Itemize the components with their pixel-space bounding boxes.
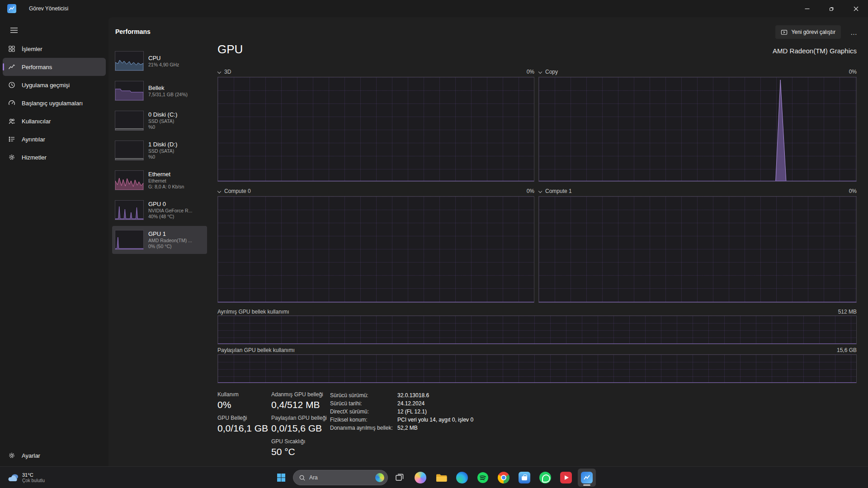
directx-version-value: 12 (FL 12.1) (397, 408, 427, 415)
task-manager-window: Görev Yöneticisi (0, 0, 868, 488)
gpu1-mini-chart (115, 230, 144, 250)
physical-location-label: Fiziksel konum: (330, 417, 368, 423)
nav-sidebar: İşlemler Performans Uygulama geçmişi Baş… (0, 17, 108, 466)
weather-temp: 31°C (22, 472, 45, 478)
run-task-icon (781, 29, 788, 36)
search-icon (299, 474, 306, 481)
nav-item-services[interactable]: Hizmetler (3, 148, 106, 166)
window-title: Görev Yöneticisi (29, 5, 68, 12)
search-label: Ara (309, 474, 372, 481)
chevron-down-icon[interactable] (217, 70, 222, 74)
chart-value-compute0: 0% (527, 188, 534, 194)
driver-version-value: 32.0.13018.6 (397, 392, 429, 399)
taskbar-search[interactable]: Ara (293, 470, 388, 485)
shared-memory-chart (217, 354, 857, 383)
run-new-task-button[interactable]: Yeni görevi çalıştır (775, 25, 841, 39)
chart-header-3d: 3D 0% (217, 68, 534, 76)
start-button[interactable] (272, 469, 290, 487)
users-icon (8, 117, 15, 125)
main-panel: Performans Yeni görevi çalıştır … CPU 21… (108, 17, 868, 466)
dedicated-memory-label: Ayrılmış GPU bellek kullanımı (217, 309, 289, 315)
device-item-gpu0[interactable]: GPU 0 NVIDIA GeForce R... 40% (48 °C) (112, 196, 207, 224)
nav-item-settings[interactable]: Ayarlar (3, 446, 106, 465)
driver-date-value: 24.12.2024 (397, 400, 425, 407)
processes-icon (8, 45, 15, 52)
copilot-button[interactable] (411, 469, 429, 487)
nav-item-processes[interactable]: İşlemler (3, 40, 106, 58)
chart-label-copy: Copy (545, 69, 558, 75)
nav-item-performance[interactable]: Performans (3, 58, 106, 76)
stat-shared-memory: Paylaşılan GPU belleği 0,0/15,6 GB (271, 415, 327, 434)
task-view-button[interactable] (391, 469, 409, 487)
green-app-icon (539, 472, 551, 483)
copy-usage-spike (539, 77, 856, 181)
directx-version-label: DirectX sürümü: (330, 408, 369, 415)
more-options-button[interactable]: … (846, 25, 862, 39)
stat-utilization: Kullanım 0% (217, 391, 239, 410)
dedicated-memory-chart (217, 315, 857, 344)
task-view-icon (394, 472, 405, 483)
chrome-button[interactable] (495, 469, 513, 487)
chart-header-compute0: Compute 0 0% (217, 187, 534, 195)
copilot-icon (415, 472, 426, 483)
green-app-button[interactable] (536, 469, 554, 487)
services-gear-icon (8, 154, 15, 161)
nav-item-users[interactable]: Kullanıcılar (3, 112, 106, 130)
chart-label-3d: 3D (224, 69, 231, 75)
hamburger-menu-icon[interactable] (5, 23, 23, 38)
nav-item-details[interactable]: Ayrıntılar (3, 130, 106, 148)
hw-reserved-memory-label: Donanıma ayrılmış bellek: (330, 425, 393, 431)
chrome-icon (498, 472, 509, 483)
stat-dedicated-memory: Adanmış GPU belleği 0,4/512 MB (271, 391, 323, 410)
minimize-button[interactable] (795, 0, 819, 17)
hw-reserved-memory-value: 52,2 MB (397, 425, 418, 431)
device-item-cpu[interactable]: CPU 21% 4,90 GHz (112, 47, 207, 75)
physical-location-value: PCI veri yolu 14, aygıt 0, işlev 0 (397, 417, 473, 423)
spotify-icon (477, 472, 489, 483)
chart-compute1 (538, 196, 857, 303)
dedicated-memory-header: Ayrılmış GPU bellek kullanımı 512 MB (217, 309, 857, 315)
search-highlight-icon (375, 473, 384, 482)
settings-gear-icon (8, 452, 15, 459)
store-button[interactable] (515, 469, 533, 487)
chart-header-compute1: Compute 1 0% (538, 187, 857, 195)
stat-gpu-memory: GPU Belleği 0,0/16,1 GB (217, 415, 268, 434)
store-icon (519, 472, 530, 483)
chart-3d (217, 77, 534, 182)
chevron-down-icon[interactable] (217, 189, 222, 193)
nav-item-app-history[interactable]: Uygulama geçmişi (3, 76, 106, 94)
device-item-disk-c[interactable]: 0 Diski (C:) SSD (SATA) %0 (112, 107, 207, 135)
shared-memory-max: 15,6 GB (837, 347, 857, 353)
run-task-label: Yeni görevi çalıştır (791, 29, 835, 35)
chart-copy (538, 77, 857, 182)
shared-memory-label: Paylaşılan GPU bellek kullanımı (217, 347, 295, 353)
close-button[interactable] (844, 0, 868, 17)
task-manager-icon (581, 472, 593, 483)
nav-item-label: Kullanıcılar (22, 118, 51, 125)
file-explorer-button[interactable] (432, 469, 450, 487)
device-item-memory[interactable]: Bellek 7,5/31,1 GB (24%) (112, 77, 207, 105)
chevron-down-icon[interactable] (538, 189, 542, 193)
device-item-ethernet[interactable]: Ethernet Ethernet G: 8,0 A: 0 Kb/sn (112, 166, 207, 194)
chart-label-compute0: Compute 0 (224, 188, 251, 194)
edge-button[interactable] (453, 469, 471, 487)
weather-widget[interactable]: 31°C Çok bulutlu (5, 469, 47, 486)
task-manager-taskbar-button[interactable] (578, 469, 596, 487)
restore-button[interactable] (819, 0, 844, 17)
device-item-disk-d[interactable]: 1 Diski (D:) SSD (SATA) %0 (112, 136, 207, 164)
ethernet-mini-chart (115, 170, 144, 190)
chart-value-copy: 0% (849, 69, 857, 75)
red-app-button[interactable] (557, 469, 575, 487)
nav-item-startup-apps[interactable]: Başlangıç uygulamaları (3, 94, 106, 112)
details-list-icon (8, 136, 15, 143)
spotify-button[interactable] (474, 469, 492, 487)
cpu-mini-chart (115, 51, 144, 71)
edge-icon (456, 472, 468, 483)
performance-icon (8, 63, 15, 70)
red-app-icon (560, 472, 572, 483)
nav-item-label: Uygulama geçmişi (22, 82, 70, 89)
stat-gpu-temperature: GPU Sıcaklığı 50 °C (271, 438, 305, 457)
device-item-gpu1[interactable]: GPU 1 AMD Radeon(TM) ... 0% (50 °C) (112, 226, 207, 254)
chevron-down-icon[interactable] (538, 70, 542, 74)
driver-version-label: Sürücü sürümü: (330, 392, 368, 399)
